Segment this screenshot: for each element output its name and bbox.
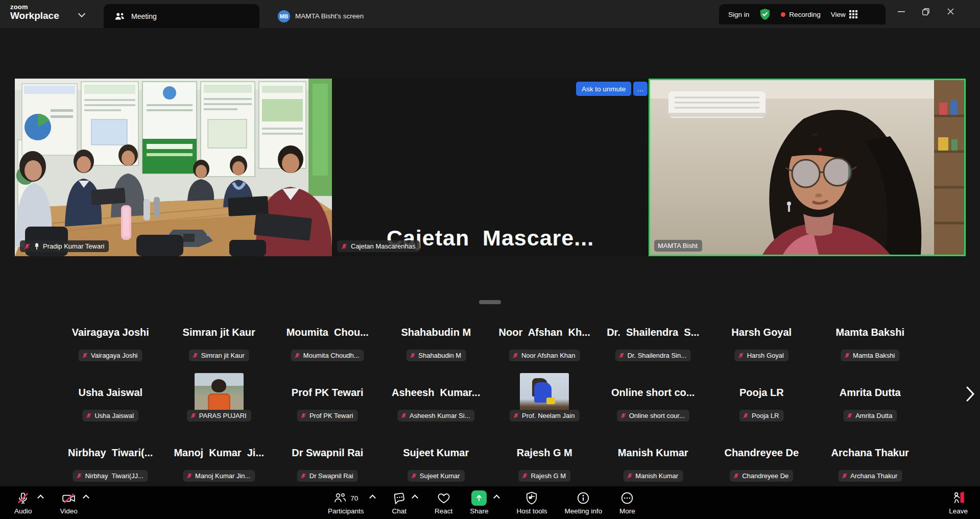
participant-label-text: Usha Jaiswal (94, 412, 134, 419)
participant-name-text: Cajetan Mascarenhas (351, 242, 415, 250)
restore-button[interactable] (914, 0, 938, 23)
host-tools-button[interactable]: Host tools (516, 490, 547, 515)
next-page-chevron[interactable] (963, 383, 978, 405)
mamta-video (650, 80, 964, 255)
tab-meeting[interactable]: Meeting (104, 4, 259, 28)
participant-label-text: Moumita Choudh... (303, 352, 360, 359)
camera-muted-icon (62, 491, 76, 505)
participant-label: Vairagaya Joshi (79, 350, 142, 361)
logo-zoom-text: zoom (10, 4, 59, 11)
participant-label: Amrita Dutta (843, 410, 897, 422)
participant-name: Dr Swapnil Rai (273, 447, 382, 459)
participant-label: Usha Jaiswal (82, 410, 138, 422)
participant-label: Mamta Bakshi (841, 350, 899, 361)
participant-label: Asheesh Kumar Si... (397, 410, 475, 422)
mic-muted-icon (844, 352, 850, 359)
participants-button[interactable]: 70 Participants (328, 490, 364, 515)
participant-name: Prof PK Tewari (273, 387, 382, 399)
pin-icon (34, 243, 40, 250)
participant-tile[interactable]: Pooja LRPooja LR (707, 382, 816, 442)
participant-tile[interactable]: Asheesh Kumar...Asheesh Kumar Si... (382, 382, 491, 442)
video-button[interactable]: Video (60, 490, 78, 515)
video-tile-pradip[interactable]: Pradip Kumar Tewari (15, 79, 332, 256)
meeting-info-button[interactable]: Meeting info (564, 490, 602, 515)
participant-tile[interactable]: Prof. Neelam Jain (490, 382, 599, 442)
participant-label: Prof. Neelam Jain (510, 410, 579, 422)
mic-muted-icon (300, 412, 307, 419)
participant-name: Amrita Dutta (816, 387, 925, 399)
people-icon (114, 12, 125, 21)
participant-tile[interactable]: Harsh GoyalHarsh Goyal (707, 322, 816, 382)
sign-in-link[interactable]: Sign in (728, 11, 749, 18)
participant-label: Harsh Goyal (735, 350, 788, 361)
shield-icon (525, 491, 538, 505)
participant-label-text: Dr. Shailendra Sin... (627, 352, 686, 359)
participants-row: Vairagaya JoshiVairagaya JoshiSimran jit… (56, 322, 924, 382)
participant-tile[interactable]: Moumita Chou...Moumita Choudh... (273, 322, 382, 382)
mic-muted-icon (294, 352, 301, 359)
stage-resize-handle[interactable] (479, 300, 501, 304)
share-screen-icon (471, 490, 487, 506)
participant-tile[interactable]: Shahabudin MShahabudin M (382, 322, 491, 382)
ask-to-unmute-button[interactable]: Ask to unmute (576, 82, 631, 96)
view-button[interactable]: View (831, 10, 857, 18)
participant-label: Archana Thakur (838, 470, 902, 482)
video-label: Video (60, 507, 78, 515)
participant-label-text: Online short cour... (629, 412, 685, 419)
mic-muted-icon (841, 473, 848, 479)
participant-label-text: Amrita Dutta (855, 412, 892, 419)
participant-tile[interactable]: PARAS PUJARI (165, 382, 274, 442)
mic-muted-icon (192, 352, 199, 359)
minimize-button[interactable] (890, 0, 913, 23)
participant-label-text: Chandreyee De (742, 472, 788, 480)
host-tools-label: Host tools (516, 507, 547, 515)
participant-label: Rajesh G M (518, 470, 570, 482)
tab-screen-share[interactable]: MB MAMTA Bisht's screen (270, 4, 372, 28)
top-right-controls: Sign in Recording View (719, 4, 886, 24)
more-label: More (619, 507, 635, 515)
recording-dot-icon (781, 12, 785, 17)
video-tile-cajetan[interactable]: Cajetan Mascare... Cajetan Mascarenhas (332, 79, 649, 256)
participant-name: Online short co... (599, 387, 708, 399)
video-tile-mamta-active-speaker[interactable]: MAMTA Bisht (649, 79, 966, 256)
audio-button[interactable]: Audio (14, 490, 32, 515)
view-label: View (831, 11, 846, 18)
participant-label: Simran jit Kaur (189, 350, 249, 361)
participant-tile[interactable]: Online short co...Online short cour... (599, 382, 708, 442)
heart-icon (437, 491, 450, 505)
mic-muted-icon (341, 243, 348, 250)
participant-name-text: Pradip Kumar Tewari (43, 242, 104, 250)
participant-name: Manish Kumar (599, 447, 708, 459)
audio-label: Audio (14, 507, 32, 515)
share-button[interactable]: Share (470, 490, 488, 515)
mic-muted-icon (626, 473, 633, 479)
react-button[interactable]: React (435, 490, 452, 515)
participant-tile[interactable]: Usha JaiswalUsha Jaiswal (56, 382, 165, 442)
participant-tile[interactable]: Prof PK TewariProf PK Tewari (273, 382, 382, 442)
mic-muted-icon (76, 473, 83, 479)
restore-icon (922, 8, 929, 15)
more-button[interactable]: More (619, 490, 635, 515)
mic-muted-icon (190, 412, 197, 419)
participant-tile[interactable]: Amrita DuttaAmrita Dutta (816, 382, 925, 442)
chevron-down-icon[interactable] (78, 10, 85, 17)
mic-muted-icon (521, 473, 528, 479)
leave-button[interactable]: Leave (949, 490, 968, 515)
participant-label-text: Simran jit Kaur (201, 352, 245, 359)
participant-tile[interactable]: Dr. Shailendra S...Dr. Shailendra Sin... (599, 322, 708, 382)
participant-label-text: Pooja LR (752, 412, 779, 419)
participant-label-text: Vairagaya Joshi (91, 352, 138, 359)
participant-tile[interactable]: Vairagaya JoshiVairagaya Joshi (56, 322, 165, 382)
chat-button[interactable]: Chat (392, 490, 407, 515)
video-options-caret[interactable] (83, 495, 89, 501)
participant-label-text: Shahabudin M (418, 352, 461, 359)
participant-name: Moumita Chou... (273, 327, 382, 338)
participant-tile[interactable]: Mamta BakshiMamta Bakshi (816, 322, 925, 382)
participant-label: Manoj Kumar Jin... (183, 470, 255, 482)
tile-more-options-button[interactable]: … (633, 82, 648, 96)
participant-label: Nirbhay Tiwari(JJ... (73, 470, 148, 482)
react-label: React (435, 507, 452, 515)
participant-name: Nirbhay Tiwari(... (56, 447, 165, 459)
close-button[interactable] (939, 0, 962, 23)
participant-label-text: Rajesh G M (531, 472, 566, 480)
